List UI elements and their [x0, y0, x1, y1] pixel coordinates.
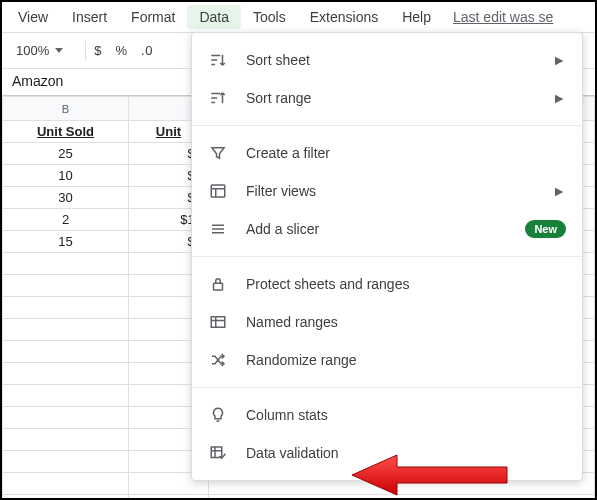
menu-label: Sort sheet — [246, 52, 566, 68]
submenu-arrow-icon: ► — [552, 183, 566, 199]
menu-filter-views[interactable]: Filter views ► — [192, 172, 582, 210]
lock-icon — [208, 274, 228, 294]
cell[interactable] — [3, 297, 129, 319]
menu-tools[interactable]: Tools — [241, 5, 298, 29]
submenu-arrow-icon: ► — [552, 52, 566, 68]
cell[interactable] — [3, 341, 129, 363]
cell[interactable] — [3, 275, 129, 297]
separator — [85, 41, 86, 61]
menu-view[interactable]: View — [6, 5, 60, 29]
cell[interactable]: 10 — [3, 165, 129, 187]
menu-format[interactable]: Format — [119, 5, 187, 29]
cell[interactable] — [3, 473, 129, 495]
svg-rect-2 — [211, 317, 225, 328]
shuffle-icon — [208, 350, 228, 370]
menu-label: Filter views — [246, 183, 566, 199]
cell[interactable] — [3, 319, 129, 341]
menu-divider — [192, 125, 582, 126]
zoom-select[interactable]: 100% — [16, 43, 63, 58]
cell[interactable] — [3, 253, 129, 275]
cell[interactable] — [3, 363, 129, 385]
data-menu-dropdown: Sort sheet ► Sort range ► Create a filte… — [191, 32, 583, 481]
menubar: View Insert Format Data Tools Extensions… — [2, 2, 595, 32]
menu-insert[interactable]: Insert — [60, 5, 119, 29]
named-ranges-icon — [208, 312, 228, 332]
cell[interactable]: 2 — [3, 209, 129, 231]
format-currency-button[interactable]: $ — [94, 43, 101, 58]
filter-icon — [208, 143, 228, 163]
cell[interactable] — [209, 495, 595, 501]
menu-add-slicer[interactable]: Add a slicer New — [192, 210, 582, 248]
zoom-value: 100% — [16, 43, 49, 58]
svg-rect-0 — [211, 185, 225, 197]
menu-sort-sheet[interactable]: Sort sheet ► — [192, 41, 582, 79]
menu-label: Add a slicer — [246, 221, 566, 237]
menu-data[interactable]: Data — [187, 5, 241, 29]
menu-label: Protect sheets and ranges — [246, 276, 566, 292]
menu-label: Sort range — [246, 90, 566, 106]
menu-protect-sheets[interactable]: Protect sheets and ranges — [192, 265, 582, 303]
menu-sort-range[interactable]: Sort range ► — [192, 79, 582, 117]
menu-label: Randomize range — [246, 352, 566, 368]
cell[interactable] — [3, 451, 129, 473]
menu-column-stats[interactable]: Column stats — [192, 396, 582, 434]
menu-divider — [192, 387, 582, 388]
cell[interactable]: Unit Sold — [3, 121, 129, 143]
cell[interactable] — [3, 407, 129, 429]
cell[interactable]: 30 — [3, 187, 129, 209]
menu-label: Column stats — [246, 407, 566, 423]
cell[interactable] — [3, 385, 129, 407]
format-percent-button[interactable]: % — [115, 43, 127, 58]
menu-label: Create a filter — [246, 145, 566, 161]
menu-label: Data validation — [246, 445, 566, 461]
sort-sheet-icon — [208, 50, 228, 70]
caret-down-icon — [55, 48, 63, 53]
cell[interactable] — [3, 495, 129, 501]
new-badge: New — [525, 220, 566, 238]
cell[interactable]: 15 — [3, 231, 129, 253]
sort-range-icon — [208, 88, 228, 108]
cell[interactable]: 25 — [3, 143, 129, 165]
filter-views-icon — [208, 181, 228, 201]
submenu-arrow-icon: ► — [552, 90, 566, 106]
menu-help[interactable]: Help — [390, 5, 443, 29]
slicer-icon — [208, 219, 228, 239]
menu-randomize-range[interactable]: Randomize range — [192, 341, 582, 379]
cell[interactable] — [129, 495, 209, 501]
menu-data-validation[interactable]: Data validation — [192, 434, 582, 472]
menu-label: Named ranges — [246, 314, 566, 330]
lightbulb-icon — [208, 405, 228, 425]
menu-divider — [192, 256, 582, 257]
decrease-decimal-button[interactable]: .0 — [141, 43, 157, 58]
svg-rect-1 — [214, 283, 223, 290]
menu-create-filter[interactable]: Create a filter — [192, 134, 582, 172]
menu-extensions[interactable]: Extensions — [298, 5, 390, 29]
column-header-b[interactable]: B — [3, 97, 129, 121]
cell[interactable] — [3, 429, 129, 451]
data-validation-icon — [208, 443, 228, 463]
menu-named-ranges[interactable]: Named ranges — [192, 303, 582, 341]
last-edit-link[interactable]: Last edit was se — [453, 9, 553, 25]
